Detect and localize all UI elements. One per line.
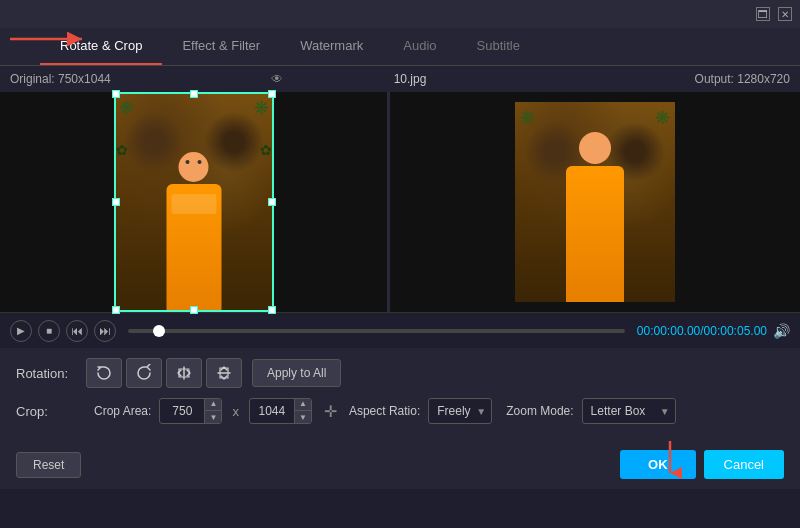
aspect-ratio-select[interactable]: Freely 16:9 4:3 1:1 9:16 xyxy=(428,398,492,424)
zoom-mode-select-wrap: Letter Box Pan & Scan Full ▼ xyxy=(582,398,676,424)
aspect-ratio-label: Aspect Ratio: xyxy=(349,404,420,418)
original-resolution: Original: 750x1044 xyxy=(10,72,263,86)
width-spin-up[interactable]: ▲ xyxy=(205,398,221,411)
timeline-playhead[interactable] xyxy=(153,325,165,337)
crop-center-icon: ✛ xyxy=(324,402,337,421)
height-spin-up[interactable]: ▲ xyxy=(295,398,311,411)
crop-area-label: Crop Area: xyxy=(94,404,151,418)
output-resolution: Output: 1280x720 xyxy=(537,72,790,86)
crop-container: ❋ ❋ ✿ ✿ xyxy=(114,92,274,312)
width-spin-down[interactable]: ▼ xyxy=(205,411,221,424)
tab-watermark[interactable]: Watermark xyxy=(280,28,383,65)
reset-button[interactable]: Reset xyxy=(16,452,81,478)
stop-button[interactable]: ■ xyxy=(38,320,60,342)
rotate-left-button[interactable] xyxy=(86,358,122,388)
height-spin-buttons: ▲ ▼ xyxy=(294,398,311,424)
close-button[interactable]: ✕ xyxy=(778,7,792,21)
x-separator: x xyxy=(232,404,239,419)
preview-right-panel: ❋ ❋ xyxy=(390,92,800,312)
crop-height-input-wrap: ▲ ▼ xyxy=(249,398,312,424)
flip-vertical-button[interactable] xyxy=(206,358,242,388)
controls-area: Rotation: xyxy=(0,348,800,444)
time-display: 00:00:00.00/00:00:05.00 xyxy=(637,324,767,338)
tab-bar: Rotate & Crop Effect & Filter Watermark … xyxy=(0,28,800,66)
rotation-label: Rotation: xyxy=(16,366,86,381)
crop-label: Crop: xyxy=(16,404,86,419)
crop-width-input[interactable] xyxy=(160,404,204,418)
play-button[interactable]: ▶ xyxy=(10,320,32,342)
preview-image-left: ❋ ❋ ✿ ✿ xyxy=(114,92,274,312)
tab-effect-filter[interactable]: Effect & Filter xyxy=(162,28,280,65)
tab-arrow-indicator xyxy=(8,30,88,48)
tab-audio[interactable]: Audio xyxy=(383,28,456,65)
eye-icon: 👁 xyxy=(271,72,283,86)
preview-image-right: ❋ ❋ xyxy=(515,102,675,302)
ok-button-arrow xyxy=(658,439,682,482)
tab-subtitle[interactable]: Subtitle xyxy=(457,28,540,65)
height-spin-down[interactable]: ▼ xyxy=(295,411,311,424)
width-spin-buttons: ▲ ▼ xyxy=(204,398,221,424)
zoom-mode-select[interactable]: Letter Box Pan & Scan Full xyxy=(582,398,676,424)
preview-info-bar: Original: 750x1044 👁 10.jpg Output: 1280… xyxy=(0,66,800,92)
filename-label: 10.jpg xyxy=(283,72,536,86)
crop-width-input-wrap: ▲ ▼ xyxy=(159,398,222,424)
volume-icon[interactable]: 🔊 xyxy=(773,323,790,339)
flip-horizontal-button[interactable] xyxy=(166,358,202,388)
aspect-ratio-select-wrap: Freely 16:9 4:3 1:1 9:16 ▼ xyxy=(428,398,492,424)
rotation-row: Rotation: xyxy=(16,358,784,388)
preview-panels: ❋ ❋ ✿ ✿ xyxy=(0,92,800,312)
cancel-button[interactable]: Cancel xyxy=(704,450,784,479)
minimize-button[interactable]: 🗖 xyxy=(756,7,770,21)
prev-frame-button[interactable]: ⏮ xyxy=(66,320,88,342)
rotation-buttons xyxy=(86,358,242,388)
crop-row: Crop: Crop Area: ▲ ▼ x ▲ ▼ ✛ Aspect Rati… xyxy=(16,398,784,424)
apply-to-all-button[interactable]: Apply to All xyxy=(252,359,341,387)
preview-left-panel: ❋ ❋ ✿ ✿ xyxy=(0,92,390,312)
timeline-track[interactable] xyxy=(128,329,625,333)
rotate-right-button[interactable] xyxy=(126,358,162,388)
timeline-bar: ▶ ■ ⏮ ⏭ 00:00:00.00/00:00:05.00 🔊 xyxy=(0,312,800,348)
title-bar: 🗖 ✕ xyxy=(0,0,800,28)
next-frame-button[interactable]: ⏭ xyxy=(94,320,116,342)
crop-height-input[interactable] xyxy=(250,404,294,418)
action-buttons: OK Cancel xyxy=(620,450,784,479)
zoom-mode-label: Zoom Mode: xyxy=(506,404,573,418)
